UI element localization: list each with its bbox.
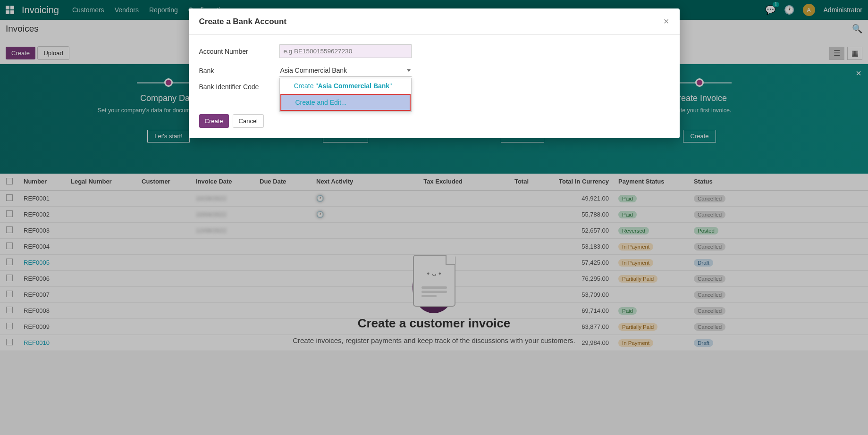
label-bic: Bank Identifier Code [199,83,279,91]
modal-create-bank: Create a Bank Account × Account Number B… [189,8,680,138]
modal-create-button[interactable]: Create [199,114,229,128]
account-number-input[interactable] [279,44,412,58]
modal-close-icon[interactable]: × [664,16,669,27]
modal-title: Create a Bank Account [199,17,287,26]
bank-dropdown: Create "Asia Commercial Bank" Create and… [279,78,412,112]
label-bank: Bank [199,67,279,75]
dropdown-create[interactable]: Create "Asia Commercial Bank" [280,78,411,93]
chevron-down-icon [407,69,411,72]
modal-cancel-button[interactable]: Cancel [233,114,264,128]
bank-select-value: Asia Commercial Bank [280,67,347,74]
dropdown-create-edit[interactable]: Create and Edit... [280,94,411,111]
bank-select[interactable]: Asia Commercial Bank [279,65,412,76]
label-account-number: Account Number [199,48,279,55]
